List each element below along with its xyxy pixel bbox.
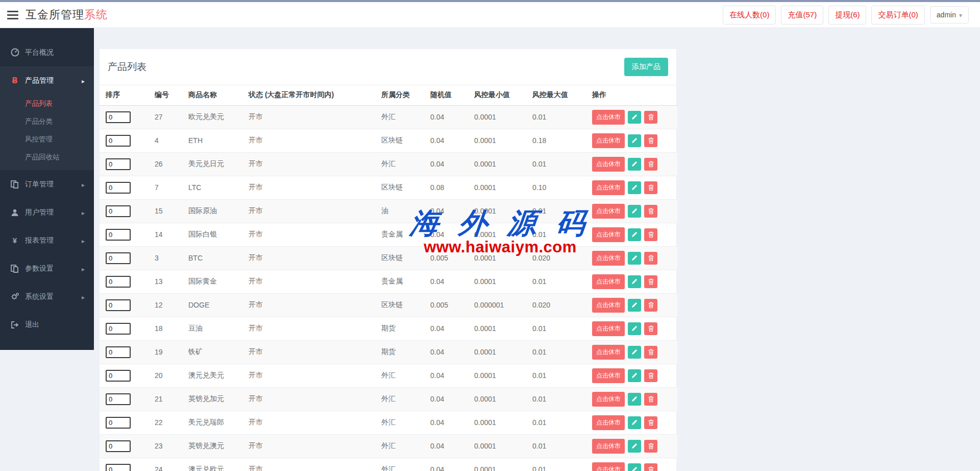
edit-button[interactable]: [628, 322, 641, 335]
cell-name: 国际原油: [184, 199, 244, 223]
close-market-button[interactable]: 点击休市: [592, 462, 625, 471]
sort-input[interactable]: [106, 417, 131, 429]
sort-input[interactable]: [106, 346, 131, 358]
edit-button[interactable]: [628, 393, 641, 406]
trade-orders-button[interactable]: 交易订单(0): [871, 6, 924, 25]
sort-input[interactable]: [106, 276, 131, 288]
delete-button[interactable]: [644, 416, 657, 429]
edit-button[interactable]: [628, 416, 641, 429]
sidebar-item-user-management[interactable]: 用户管理: [0, 198, 94, 226]
delete-button[interactable]: [644, 252, 657, 265]
delete-button[interactable]: [644, 228, 657, 241]
menu-toggle-button[interactable]: [7, 9, 19, 21]
sort-input[interactable]: [106, 252, 131, 264]
sidebar-item-product-category[interactable]: 产品分类: [0, 112, 94, 130]
close-market-button[interactable]: 点击休市: [592, 251, 625, 266]
sidebar-item-risk-management[interactable]: 风控管理: [0, 130, 94, 148]
sidebar-item-parameter-settings[interactable]: 参数设置: [0, 254, 94, 282]
delete-button[interactable]: [644, 346, 657, 359]
sort-input[interactable]: [106, 464, 131, 471]
edit-button[interactable]: [628, 228, 641, 241]
edit-button[interactable]: [628, 111, 641, 124]
delete-button[interactable]: [644, 134, 657, 147]
close-market-button[interactable]: 点击休市: [592, 204, 625, 219]
cell-category: 外汇: [377, 458, 426, 471]
close-market-button[interactable]: 点击休市: [592, 345, 625, 360]
sort-input[interactable]: [106, 135, 131, 147]
close-market-button[interactable]: 点击休市: [592, 439, 625, 454]
delete-button[interactable]: [644, 158, 657, 171]
close-market-button[interactable]: 点击休市: [592, 274, 625, 289]
sidebar-item-product-list[interactable]: 产品列表: [0, 95, 94, 112]
recharge-button[interactable]: 充值(57): [781, 6, 823, 25]
close-market-button[interactable]: 点击休市: [592, 415, 625, 430]
table-row: 3 BTC 开市 区块链 0.005 0.0001 0.020 点击休市: [100, 246, 677, 270]
edit-button[interactable]: [628, 463, 641, 471]
trash-icon: [648, 184, 654, 191]
close-market-button[interactable]: 点击休市: [592, 298, 625, 313]
close-market-button[interactable]: 点击休市: [592, 157, 625, 172]
sort-input[interactable]: [106, 440, 131, 452]
delete-button[interactable]: [644, 205, 657, 218]
sidebar-item-system-settings[interactable]: 系统设置: [0, 282, 94, 311]
sort-input[interactable]: [106, 111, 131, 123]
delete-button[interactable]: [644, 299, 657, 312]
cell-risk-min: 0.0001: [470, 411, 528, 434]
edit-button[interactable]: [628, 346, 641, 359]
online-users-button[interactable]: 在线人数(0): [723, 6, 776, 25]
close-market-button[interactable]: 点击休市: [592, 321, 625, 336]
add-product-button[interactable]: 添加产品: [624, 58, 668, 76]
sidebar-item-overview[interactable]: 平台概况: [0, 38, 94, 66]
sidebar-item-label: 退出: [25, 320, 85, 329]
sort-input[interactable]: [106, 393, 131, 405]
cell-random: 0.04: [426, 129, 470, 152]
edit-button[interactable]: [628, 299, 641, 312]
trash-icon: [648, 419, 654, 426]
edit-button[interactable]: [628, 181, 641, 194]
cell-risk-max: 0.10: [528, 176, 588, 199]
chevron-right-icon: [82, 180, 85, 189]
sort-input[interactable]: [106, 205, 131, 217]
close-market-button[interactable]: 点击休市: [592, 133, 625, 148]
close-market-button[interactable]: 点击休市: [592, 368, 625, 383]
edit-button[interactable]: [628, 134, 641, 147]
table-row: 13 国际黄金 开市 贵金属 0.04 0.0001 0.01 点击休市: [100, 270, 677, 293]
yen-icon: ¥: [9, 236, 20, 245]
delete-button[interactable]: [644, 369, 657, 382]
delete-button[interactable]: [644, 322, 657, 335]
delete-button[interactable]: [644, 111, 657, 124]
sidebar-item-order-management[interactable]: 订单管理: [0, 170, 94, 198]
close-market-button[interactable]: 点击休市: [592, 227, 625, 242]
cell-risk-max: 0.01: [528, 458, 588, 471]
close-market-button[interactable]: 点击休市: [592, 110, 625, 125]
withdraw-button[interactable]: 提现(6): [828, 6, 866, 25]
delete-button[interactable]: [644, 440, 657, 453]
cell-name: 美元兑日元: [184, 152, 244, 176]
edit-button[interactable]: [628, 205, 641, 218]
sort-input[interactable]: [106, 323, 131, 335]
edit-button[interactable]: [628, 440, 641, 453]
edit-button[interactable]: [628, 275, 641, 288]
cell-random: 0.04: [426, 105, 470, 129]
delete-button[interactable]: [644, 275, 657, 288]
admin-menu-button[interactable]: admin: [930, 6, 969, 23]
delete-button[interactable]: [644, 463, 657, 471]
sort-input[interactable]: [106, 158, 131, 170]
edit-button[interactable]: [628, 158, 641, 171]
sort-input[interactable]: [106, 229, 131, 241]
edit-button[interactable]: [628, 369, 641, 382]
sort-input[interactable]: [106, 182, 131, 194]
sidebar-item-logout[interactable]: 退出: [0, 311, 94, 339]
close-market-button[interactable]: 点击休市: [592, 180, 625, 195]
cell-risk-min: 0.0001: [470, 152, 528, 176]
sort-input[interactable]: [106, 370, 131, 382]
close-market-button[interactable]: 点击休市: [592, 392, 625, 407]
sidebar-item-product-recycle[interactable]: 产品回收站: [0, 148, 94, 166]
sort-input[interactable]: [106, 299, 131, 311]
delete-button[interactable]: [644, 393, 657, 406]
edit-button[interactable]: [628, 252, 641, 265]
delete-button[interactable]: [644, 181, 657, 194]
cell-name: BTC: [184, 246, 244, 270]
sidebar-item-report-management[interactable]: ¥ 报表管理: [0, 226, 94, 254]
sidebar-item-product-management[interactable]: Ƀ 产品管理: [0, 66, 94, 95]
